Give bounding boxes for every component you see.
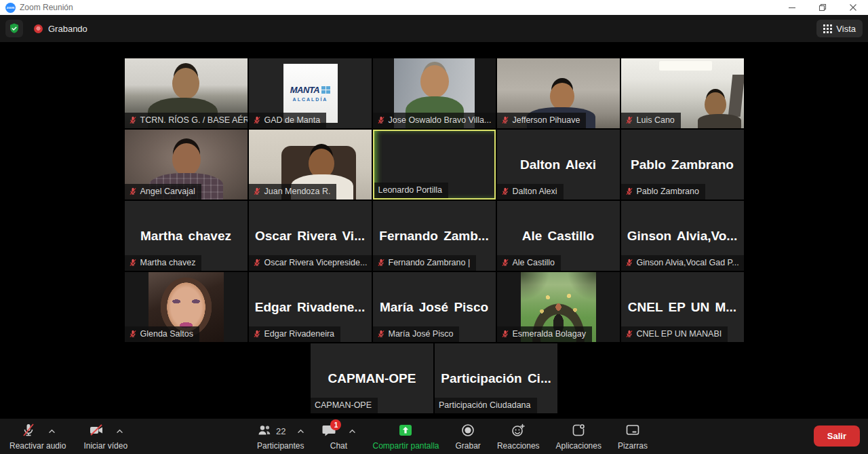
security-shield-icon[interactable]: [5, 20, 23, 37]
toolbar-button-label: Grabar: [456, 441, 481, 451]
participant-tile[interactable]: MANTAALCALDÍA GAD de Manta: [249, 58, 372, 128]
chevron-up-icon[interactable]: [116, 429, 123, 434]
video-muted-icon: [88, 422, 104, 440]
view-button-label: Vista: [836, 24, 856, 34]
minimize-button[interactable]: [776, 0, 807, 15]
participant-label: Martha chavez: [125, 255, 202, 271]
participant-tile[interactable]: TCRN. RÍOS G. / BASE AÉR...: [125, 58, 248, 128]
close-button[interactable]: [837, 0, 868, 15]
reactions-icon: [510, 422, 526, 440]
recording-dot-icon: [34, 24, 43, 33]
participant-tile[interactable]: Dalton Alexi Dalton Alexi: [497, 130, 620, 200]
participant-label: Dalton Alexi: [497, 184, 564, 200]
meeting-toolbar: Reactivar audio Iniciar vídeo 22 Partici…: [0, 419, 868, 454]
participants-button[interactable]: 22 Participantes: [256, 422, 304, 451]
mic-muted-icon: [253, 330, 261, 338]
recording-label: Grabando: [48, 24, 87, 34]
whiteboards-button[interactable]: Pizarras: [618, 422, 648, 451]
participant-label: María José Pisco: [373, 326, 460, 342]
participant-label: Esmeralda Bolagay: [497, 326, 592, 342]
participant-label-text: Fernando Zambrano |: [389, 258, 471, 267]
participant-label: Pablo Zambrano: [621, 184, 705, 200]
participant-label-text: TCRN. RÍOS G. / BASE AÉR...: [140, 115, 248, 125]
zoom-logo-icon: zoom: [5, 3, 16, 13]
chevron-up-icon[interactable]: [48, 429, 56, 434]
participant-gallery: TCRN. RÍOS G. / BASE AÉR... MANTAALCALDÍ…: [125, 58, 744, 413]
toolbar-button-label: Reactivar audio: [9, 441, 66, 451]
participant-label-text: Leonardo Portilla: [378, 185, 443, 195]
restore-button[interactable]: [807, 0, 837, 15]
participant-tile[interactable]: Oscar Rivera Vi... Oscar Rivera Vicepres…: [249, 201, 372, 271]
participant-tile[interactable]: Ale Castillo Ale Castillo: [497, 201, 620, 271]
participant-tile[interactable]: Fernando Zamb... Fernando Zambrano |: [373, 201, 496, 271]
toolbar-button-label: Reacciones: [497, 441, 540, 451]
participant-tile[interactable]: Jefferson Pihuave: [497, 58, 620, 128]
participant-label-text: CNEL EP UN MANABI: [637, 329, 722, 339]
participant-label-text: Dalton Alexi: [513, 187, 557, 196]
chevron-up-icon[interactable]: [297, 429, 304, 434]
participant-tile[interactable]: Luis Cano: [621, 58, 744, 128]
participant-tile[interactable]: Jose Oswaldo Bravo Villa...: [373, 58, 496, 128]
mic-muted-icon: [501, 116, 509, 124]
participant-tile[interactable]: Participación Ci... Participación Ciudad…: [435, 343, 557, 413]
participant-label: GAD de Manta: [249, 113, 327, 128]
participant-tile[interactable]: Martha chavez Martha chavez: [125, 201, 248, 271]
apps-button[interactable]: Aplicaciones: [556, 422, 601, 451]
mic-muted-icon: [129, 330, 137, 338]
participant-label: Ginson Alvia,Vocal Gad P...: [621, 255, 744, 271]
participant-label-text: Glenda Saltos: [140, 329, 194, 339]
participant-label-text: Angel Carvajal: [140, 187, 195, 196]
participant-tile[interactable]: CNEL EP UN M... CNEL EP UN MANABI: [621, 272, 744, 342]
participant-label: Oscar Rivera Vicepreside...: [249, 255, 372, 271]
share-screen-icon: [397, 422, 414, 440]
chat-button[interactable]: 1 Chat: [321, 422, 356, 451]
participant-tile[interactable]: CAPMAN-OPE CAPMAN-OPE: [311, 343, 433, 413]
participant-tile[interactable]: Glenda Saltos: [125, 272, 248, 342]
participant-tile[interactable]: Esmeralda Bolagay: [497, 272, 620, 342]
participant-label-text: Participación Ciudadana: [439, 400, 531, 410]
meeting-main-area: TCRN. RÍOS G. / BASE AÉR... MANTAALCALDÍ…: [0, 42, 868, 419]
participant-tile[interactable]: Edgar Rivadene... Edgar Rivadeneira: [249, 272, 372, 342]
participant-tile[interactable]: Leonardo Portilla: [373, 130, 496, 200]
toolbar-button-label: Compartir pantalla: [372, 441, 439, 451]
participant-label-text: Oscar Rivera Vicepreside...: [264, 258, 368, 267]
mic-muted-icon: [253, 259, 261, 267]
record-button[interactable]: Grabar: [456, 422, 481, 451]
toolbar-button-label: Aplicaciones: [556, 441, 601, 451]
participant-label: CNEL EP UN MANABI: [621, 326, 728, 342]
participant-label: Angel Carvajal: [125, 184, 201, 200]
participant-label-text: Jose Oswaldo Bravo Villa...: [389, 115, 492, 125]
chevron-up-icon[interactable]: [349, 429, 356, 434]
mic-muted-icon: [377, 330, 385, 338]
mic-muted-icon: [129, 187, 137, 195]
share-button[interactable]: Compartir pantalla: [372, 422, 439, 451]
toolbar-button-label: Pizarras: [618, 441, 648, 451]
mic-muted-icon: [20, 422, 37, 440]
participant-tile[interactable]: Angel Carvajal: [125, 130, 248, 200]
participant-tile[interactable]: Juan Mendoza R.: [249, 130, 372, 200]
participant-label: Luis Cano: [621, 113, 681, 128]
chat-badge: 1: [330, 419, 341, 430]
participant-label-text: María José Pisco: [389, 329, 454, 339]
participant-label: Participación Ciudadana: [435, 398, 537, 413]
participant-label: Ale Castillo: [497, 255, 561, 271]
view-button[interactable]: Vista: [816, 20, 863, 37]
window-title-bar: zoom Zoom Reunión: [0, 0, 868, 15]
participant-label-text: Esmeralda Bolagay: [513, 329, 586, 339]
whiteboard-icon: [625, 422, 641, 440]
recording-indicator: Grabando: [34, 24, 87, 34]
meeting-info-bar: Grabando Vista: [0, 15, 868, 42]
reactions-button[interactable]: Reacciones: [497, 422, 540, 451]
record-icon: [460, 422, 476, 440]
participant-label: TCRN. RÍOS G. / BASE AÉR...: [125, 113, 248, 128]
start-video-button[interactable]: Iniciar vídeo: [83, 422, 127, 451]
leave-meeting-button[interactable]: Salir: [814, 425, 860, 447]
unmute-button[interactable]: Reactivar audio: [9, 422, 66, 451]
participant-label: Leonardo Portilla: [374, 183, 449, 198]
participant-label: Fernando Zambrano |: [373, 255, 477, 271]
participant-label-text: Juan Mendoza R.: [264, 187, 331, 196]
participant-tile[interactable]: Ginson Alvia,Vo... Ginson Alvia,Vocal Ga…: [621, 201, 744, 271]
participant-tile[interactable]: Pablo Zambrano Pablo Zambrano: [621, 130, 744, 200]
mic-muted-icon: [253, 187, 261, 195]
participant-tile[interactable]: María José Pisco María José Pisco: [373, 272, 496, 342]
